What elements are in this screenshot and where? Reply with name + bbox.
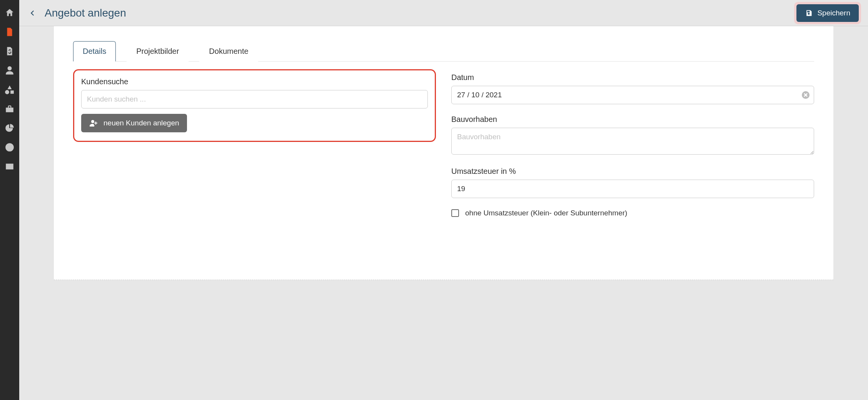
chevron-left-icon [29,10,36,17]
vat-exempt-row: ohne Umsatzsteuer (Klein- oder Subuntern… [451,209,814,217]
invoice-icon [5,46,15,56]
sidebar-item-user[interactable] [0,61,19,80]
new-customer-button-label: neuen Kunden anlegen [103,119,179,127]
date-field: Datum [451,73,814,104]
bauvorhaben-label: Bauvorhaben [451,115,814,124]
bauvorhaben-field: Bauvorhaben [451,115,814,156]
vat-label: Umsatzsteuer in % [451,167,814,176]
page-title: Angebot anlegen [45,7,126,19]
document-icon [5,27,15,37]
vat-exempt-checkbox[interactable] [451,209,459,217]
sidebar-item-chart[interactable] [0,118,19,138]
date-label: Datum [451,73,814,82]
date-input[interactable] [451,86,814,104]
bauvorhaben-input[interactable] [451,128,814,155]
home-icon [5,8,15,18]
customer-search-highlight: Kundensuche neuen Kunden anlegen [73,69,436,142]
vat-exempt-label: ohne Umsatzsteuer (Klein- oder Subuntern… [465,209,627,217]
sidebar-item-home[interactable] [0,3,19,22]
sidebar-item-shapes[interactable] [0,80,19,99]
sidebar [0,0,19,400]
form-card: Details Projektbilder Dokumente Kundensu… [54,26,833,280]
tabs: Details Projektbilder Dokumente [73,41,814,62]
customer-search-input[interactable] [81,90,428,108]
user-icon [5,65,15,75]
sidebar-item-invoice[interactable] [0,42,19,61]
customer-search-label: Kundensuche [81,77,428,86]
save-button-label: Speichern [817,9,850,17]
tab-projektbilder[interactable]: Projektbilder [127,41,189,62]
sidebar-item-document[interactable] [0,22,19,42]
user-plus-icon [89,118,98,128]
pie-chart-icon [5,123,15,133]
id-card-icon [5,162,15,172]
save-button[interactable]: Speichern [796,4,859,22]
vat-input[interactable] [451,180,814,198]
back-button[interactable] [26,7,39,20]
topbar: Angebot anlegen Speichern [19,0,868,26]
clear-date-button[interactable] [802,91,810,99]
save-icon [805,9,813,17]
close-icon [804,93,808,97]
sidebar-item-id-card[interactable] [0,157,19,176]
shapes-icon [5,85,15,95]
form-grid: Kundensuche neuen Kunden anlegen Datum [73,73,814,217]
sidebar-item-clock[interactable] [0,138,19,157]
new-customer-button[interactable]: neuen Kunden anlegen [81,114,187,132]
right-column: Datum Bauvorhaben [451,73,814,217]
content-scroll[interactable]: Details Projektbilder Dokumente Kundensu… [19,26,868,400]
left-column: Kundensuche neuen Kunden anlegen [73,73,436,142]
tab-dokumente[interactable]: Dokumente [199,41,258,62]
clock-icon [5,142,15,152]
save-button-highlight: Speichern [794,2,861,24]
vat-field: Umsatzsteuer in % [451,167,814,198]
sidebar-item-toolbox[interactable] [0,99,19,118]
main-column: Angebot anlegen Speichern Details Projek… [19,0,868,400]
toolbox-icon [5,104,15,114]
tab-details[interactable]: Details [73,41,116,62]
